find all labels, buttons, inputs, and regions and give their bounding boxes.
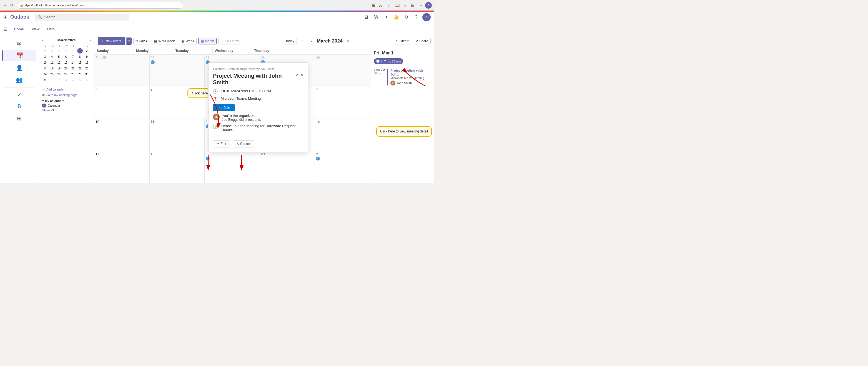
mini-day-31[interactable]: 31 bbox=[42, 77, 48, 83]
event-dot-26[interactable] bbox=[151, 60, 155, 64]
mini-day-28[interactable]: 28 bbox=[63, 48, 69, 54]
mini-day-4[interactable]: 4 bbox=[49, 54, 55, 59]
popup-close-icon[interactable]: ✕ bbox=[300, 73, 304, 77]
right-event-title[interactable]: Project Meeting with Joh... bbox=[391, 69, 431, 77]
mini-day-2[interactable]: 2 bbox=[84, 48, 90, 54]
word-icon[interactable]: W bbox=[372, 13, 380, 21]
favorites-icon[interactable]: ☆ bbox=[402, 2, 408, 8]
cal-cell-19[interactable]: 19 bbox=[205, 151, 260, 183]
show-all-link[interactable]: Show all bbox=[42, 109, 91, 112]
search-box[interactable]: 🔍 bbox=[35, 13, 129, 21]
back-button[interactable]: ← bbox=[2, 2, 8, 8]
cal-cell-29[interactable]: 29 bbox=[315, 55, 370, 87]
mini-day-15[interactable]: 15 bbox=[77, 60, 83, 65]
sidebar-item-apps[interactable]: B bbox=[2, 101, 36, 112]
mini-day-1[interactable]: 1 bbox=[77, 48, 83, 54]
mini-day-14[interactable]: 14 bbox=[70, 60, 76, 65]
split-view-button[interactable]: ⊟ Split view bbox=[218, 38, 241, 44]
mini-day-apr2[interactable]: 2 bbox=[56, 77, 62, 83]
profile-icon[interactable]: A↑ bbox=[378, 2, 384, 8]
mini-day-apr6[interactable]: 6 bbox=[84, 77, 90, 83]
cal-cell-20[interactable]: 20 bbox=[260, 151, 315, 183]
more-icon[interactable]: ⋯ bbox=[417, 2, 424, 8]
next-month-button[interactable]: › bbox=[308, 38, 315, 44]
month-button[interactable]: ▦ Month bbox=[198, 38, 217, 44]
refresh-button[interactable]: ↻ bbox=[9, 2, 14, 8]
event-dot-21[interactable] bbox=[316, 157, 320, 160]
sidebar-item-groups[interactable]: 👥 bbox=[2, 74, 36, 86]
cal-cell-14[interactable]: 14 bbox=[315, 119, 370, 151]
sidebar-icon[interactable]: ▤ bbox=[409, 2, 416, 8]
mini-day-25[interactable]: 25 bbox=[42, 48, 48, 54]
mini-day-7[interactable]: 7 bbox=[70, 54, 76, 59]
cal-cell-17[interactable]: 17 bbox=[94, 151, 150, 183]
mini-day-6[interactable]: 6 bbox=[63, 54, 69, 59]
mini-day-23[interactable]: 23 bbox=[84, 65, 90, 71]
mini-day-26b[interactable]: 26 bbox=[56, 71, 62, 77]
month-dropdown-button[interactable]: ▾ bbox=[345, 38, 351, 44]
mini-cal-prev[interactable]: ‹ bbox=[42, 39, 43, 42]
search-input[interactable] bbox=[44, 15, 126, 19]
today-button[interactable]: Today bbox=[283, 38, 297, 44]
user-avatar-browser[interactable]: JS bbox=[425, 2, 432, 9]
mini-day-apr3[interactable]: 3 bbox=[63, 77, 69, 83]
cal-cell-feb25[interactable]: Feb 25 bbox=[94, 55, 150, 87]
new-event-arrow-button[interactable]: ▾ bbox=[126, 37, 132, 45]
cal-cell-3[interactable]: 3 bbox=[94, 87, 150, 119]
calendar-checkbox[interactable]: ✓ bbox=[42, 103, 46, 108]
mini-day-27[interactable]: 27 bbox=[56, 48, 62, 54]
my-calendars-header[interactable]: ▾ My calendars bbox=[42, 99, 91, 102]
mini-day-9[interactable]: 9 bbox=[84, 54, 90, 59]
sidebar-item-mail[interactable]: ✉ bbox=[2, 38, 36, 49]
cal-cell-11[interactable]: 11 bbox=[150, 119, 205, 151]
cal-cell-10[interactable]: 10 bbox=[94, 119, 150, 151]
sidebar-item-tasks[interactable]: ✓ bbox=[2, 89, 36, 100]
cal-cell-26[interactable]: 26 bbox=[150, 55, 205, 87]
day-view-button[interactable]: □ Day ▾ bbox=[133, 38, 150, 44]
mini-day-3[interactable]: 3 bbox=[42, 54, 48, 59]
mini-day-25b[interactable]: 25 bbox=[49, 71, 55, 77]
mini-day-27b[interactable]: 27 bbox=[63, 71, 69, 77]
bookmark-icon[interactable]: ☆ bbox=[386, 2, 392, 8]
mini-day-17[interactable]: 17 bbox=[42, 65, 48, 71]
popup-external-icon[interactable]: ↗ bbox=[295, 73, 299, 77]
sidebar-item-more[interactable]: ⊞ bbox=[2, 113, 36, 124]
filter-button[interactable]: ≡ Filter ▾ bbox=[393, 38, 411, 44]
hamburger-icon[interactable]: ☰ bbox=[3, 27, 7, 32]
mini-day-22[interactable]: 22 bbox=[77, 65, 83, 71]
presentation-icon[interactable]: 🖥 bbox=[362, 13, 370, 21]
app-grid-icon[interactable]: ⊞ bbox=[3, 14, 7, 20]
mini-day-5[interactable]: 5 bbox=[56, 54, 62, 59]
sidebar-item-people[interactable]: 👤 bbox=[2, 62, 36, 73]
mini-day-11[interactable]: 11 bbox=[49, 60, 55, 65]
notification-icon[interactable]: 🔔 bbox=[392, 13, 400, 21]
mini-day-apr5[interactable]: 5 bbox=[77, 77, 83, 83]
work-week-button[interactable]: ▦ Work week bbox=[152, 38, 177, 44]
mini-day-26[interactable]: 26 bbox=[49, 48, 55, 54]
mini-cal-next[interactable]: › bbox=[90, 39, 91, 42]
mini-day-20[interactable]: 20 bbox=[63, 65, 69, 71]
mini-day-29b[interactable]: 29 bbox=[77, 71, 83, 77]
calendar-item[interactable]: ✓ Calendar bbox=[42, 103, 91, 108]
mini-day-29[interactable]: 29 bbox=[70, 48, 76, 54]
help-icon[interactable]: ? bbox=[412, 13, 420, 21]
cancel-event-button[interactable]: ✕ Cancel bbox=[233, 140, 254, 148]
mini-day-19[interactable]: 19 bbox=[56, 65, 62, 71]
event-dot-19[interactable] bbox=[206, 157, 210, 160]
extensions-icon[interactable]: ⊞ bbox=[371, 2, 377, 8]
nav-tab-home[interactable]: Home bbox=[10, 25, 27, 33]
mini-day-10[interactable]: 10 bbox=[42, 60, 48, 65]
mini-day-apr4[interactable]: 4 bbox=[70, 77, 76, 83]
user-avatar-top[interactable]: JS bbox=[422, 13, 431, 21]
add-calendar-link[interactable]: ＋ Add calendar bbox=[42, 87, 91, 91]
copilot-icon[interactable]: ✦ bbox=[382, 13, 390, 21]
edit-button[interactable]: ✏ Edit bbox=[213, 140, 230, 148]
nav-tab-view[interactable]: View bbox=[28, 25, 43, 33]
week-button[interactable]: ▦ Week bbox=[179, 38, 196, 44]
mini-day-16[interactable]: 16 bbox=[84, 60, 90, 65]
mini-day-apr1[interactable]: 1 bbox=[49, 77, 55, 83]
mini-day-28b[interactable]: 28 bbox=[70, 71, 76, 77]
mini-day-18[interactable]: 18 bbox=[49, 65, 55, 71]
share-button[interactable]: ↗ Share bbox=[413, 38, 431, 44]
join-button[interactable]: 📹 Join bbox=[213, 104, 235, 111]
